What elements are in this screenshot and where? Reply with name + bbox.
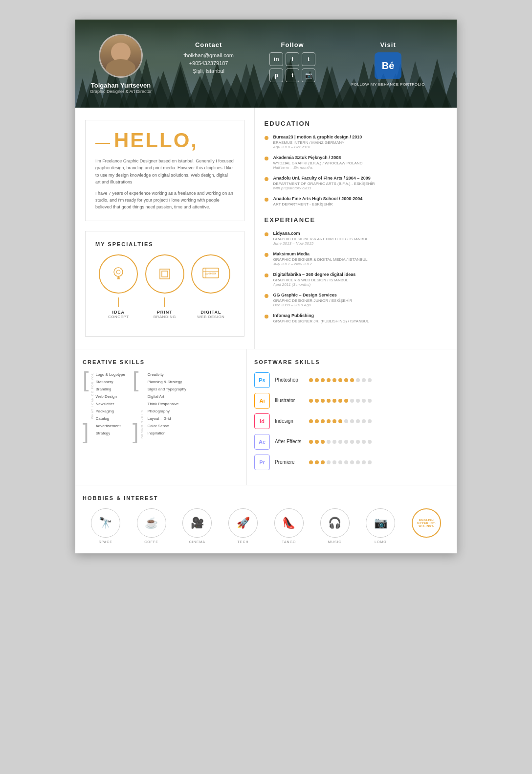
exp-sub: GRAPHIC DESIGNER JR. (PUBLISHING) / ISTA… bbox=[273, 319, 369, 323]
tumblr-icon[interactable]: t bbox=[286, 68, 299, 82]
creative-skill-item: Newsletter bbox=[96, 402, 126, 406]
idea-icon bbox=[110, 265, 127, 283]
hello-title: HELLO, bbox=[114, 130, 198, 151]
sw-badge-ae: Ae bbox=[254, 434, 270, 450]
instagram-icon[interactable]: 📷 bbox=[302, 68, 315, 82]
skill-dot bbox=[309, 378, 313, 382]
facebook-icon[interactable]: f bbox=[286, 52, 299, 66]
follow-title: Follow bbox=[281, 41, 304, 48]
hello-para1: I'm Freelance Graphic Designer based on … bbox=[95, 158, 234, 186]
pinterest-icon[interactable]: p bbox=[269, 68, 283, 82]
header-section: Tolgahan Yurtseven Graphic Designer & Ar… bbox=[75, 20, 457, 108]
skill-dot bbox=[321, 399, 325, 403]
main-content: — HELLO, I'm Freelance Graphic Designer … bbox=[75, 108, 457, 349]
digital-icon bbox=[201, 265, 221, 283]
skill-dot bbox=[344, 378, 348, 382]
exp-name: Digitalfabrika – 360 degree digital idea… bbox=[273, 272, 356, 277]
idea-sublabel: CONCEPT bbox=[108, 315, 129, 319]
edu-dot bbox=[265, 157, 268, 160]
sw-badge-ai: Ai bbox=[254, 393, 270, 409]
skill-dot bbox=[338, 378, 342, 382]
software-skill-item: Ae After Effects bbox=[254, 434, 449, 450]
design-skill-item: Color Sense bbox=[148, 424, 186, 428]
hello-dash: — bbox=[95, 134, 110, 151]
edu-info: Anadolu Uni. Faculty of Fine Arts / 2004… bbox=[273, 176, 375, 190]
exp-info: Digitalfabrika – 360 degree digital idea… bbox=[273, 272, 356, 287]
creative-skill-item: Web Design bbox=[96, 394, 126, 399]
svg-point-39 bbox=[114, 268, 123, 276]
col2-bracket: [ ] bbox=[133, 372, 139, 438]
specialty-print: PRINT BRANDING bbox=[145, 254, 184, 319]
bracket-open2: [ bbox=[133, 368, 139, 390]
exp-name: Lidyana.com bbox=[273, 231, 369, 236]
social-icons-group: in f t p t 📷 bbox=[268, 52, 317, 82]
design-skill-item: Inspiration bbox=[148, 431, 186, 435]
skill-dot bbox=[338, 460, 342, 464]
skill-dot bbox=[315, 378, 319, 382]
bracket-close2: ] bbox=[133, 420, 139, 442]
edu-name: Bureau23 | motion & graphic design / 201… bbox=[273, 135, 362, 139]
bracket-open: [ bbox=[83, 368, 89, 390]
hello-section: — HELLO, I'm Freelance Graphic Designer … bbox=[85, 120, 244, 221]
contact-title: Contact bbox=[195, 41, 222, 48]
education-item: Akademia Sztuk Pięknych / 2008 WYDZIAŁ G… bbox=[265, 155, 447, 170]
linkedin-icon[interactable]: in bbox=[269, 52, 283, 66]
creative-skill-item: Stationery bbox=[96, 380, 126, 384]
hobbies-icons: 🔭 SPACE ☕ COFFE 🎥 CINEMA 🚀 TECH 👠 TANGO … bbox=[83, 508, 449, 544]
col1-vertical-label: WHAT I CAN DO FOR YOU bbox=[91, 372, 94, 419]
sw-badge-ps: Ps bbox=[254, 372, 270, 388]
hobby-english: ENGLISHUPPER INT.W.S.INST. bbox=[412, 508, 441, 544]
specialties-icons: IDEA CONCEPT PRINT BRANDING bbox=[95, 254, 234, 319]
hobby-tango: 👠 TANGO bbox=[274, 508, 304, 544]
music-icon: 🎧 bbox=[320, 508, 350, 538]
skill-dot bbox=[315, 440, 319, 444]
left-column: — HELLO, I'm Freelance Graphic Designer … bbox=[75, 108, 255, 349]
sw-badge-id: Id bbox=[254, 413, 270, 429]
edu-dot bbox=[265, 198, 268, 202]
twitter-icon[interactable]: t bbox=[302, 52, 315, 66]
skill-dot bbox=[356, 460, 360, 464]
skill-dot bbox=[327, 419, 331, 423]
skills-col1-list: WHAT I CAN DO FOR YOU bbox=[91, 372, 94, 438]
print-icon bbox=[156, 265, 174, 283]
edu-info: Anadolu Fine Arts High School / 2000-200… bbox=[273, 196, 363, 206]
skill-dot bbox=[350, 460, 354, 464]
skill-dot bbox=[332, 378, 336, 382]
skill-dot bbox=[315, 419, 319, 423]
skill-dot bbox=[356, 399, 360, 403]
edu-sub: ART DEPARTMENT - ESKİŞEHİR bbox=[273, 202, 363, 206]
skill-dot bbox=[368, 460, 372, 464]
bracket-close: ] bbox=[83, 420, 89, 442]
skill-dot bbox=[309, 460, 313, 464]
lomo-icon: 📷 bbox=[366, 508, 395, 538]
creative-skill-item: Logo & Logotype bbox=[96, 372, 126, 377]
specialties-title: MY SPECIALTIES bbox=[95, 241, 234, 247]
exp-name: GG Graphic – Design Services bbox=[273, 293, 353, 297]
digital-circle bbox=[191, 254, 230, 294]
edu-name: Akademia Sztuk Pięknych / 2008 bbox=[273, 155, 363, 160]
edu-sub: ERASMUS INTERN / MAINZ GERMANY bbox=[273, 140, 362, 145]
coffee-icon: ☕ bbox=[137, 508, 166, 538]
follow-section: Follow in f t p t 📷 bbox=[268, 41, 317, 87]
right-column: EDUCATION Bureau23 | motion & graphic de… bbox=[255, 108, 457, 349]
skill-dot bbox=[321, 419, 325, 423]
software-skill-item: Ai Illustrator bbox=[254, 393, 449, 409]
idea-circle bbox=[99, 254, 138, 294]
specialty-digital: DIGITAL WEB DESIGN bbox=[191, 254, 230, 319]
edu-sub: DEPARTMENT OF GRAPHIC ARTS (B.F.A.) - ES… bbox=[273, 182, 375, 186]
creative-skills-section: CREATIVE SKILLS [ ] WHAT I CAN DO FOR YO… bbox=[75, 349, 247, 485]
software-skills-list: Ps Photoshop Ai Illustrator Id Indesign … bbox=[254, 372, 449, 470]
skill-dot bbox=[362, 440, 366, 444]
behance-icon[interactable]: Bé bbox=[375, 52, 401, 79]
english-circle: ENGLISHUPPER INT.W.S.INST. bbox=[412, 508, 441, 538]
design-skill-item: Creativity bbox=[148, 372, 186, 377]
avatar-area: Tolgahan Yurtseven Graphic Designer & Ar… bbox=[90, 34, 152, 94]
skill-dot bbox=[338, 419, 342, 423]
sw-name: Indesign bbox=[275, 418, 309, 424]
skill-dot bbox=[327, 399, 331, 403]
exp-date: July 2011 – Now 2012 bbox=[273, 262, 368, 266]
digital-label: DIGITAL bbox=[200, 310, 221, 315]
skill-dot bbox=[350, 419, 354, 423]
skill-dots bbox=[309, 440, 372, 444]
print-circle bbox=[145, 254, 184, 294]
